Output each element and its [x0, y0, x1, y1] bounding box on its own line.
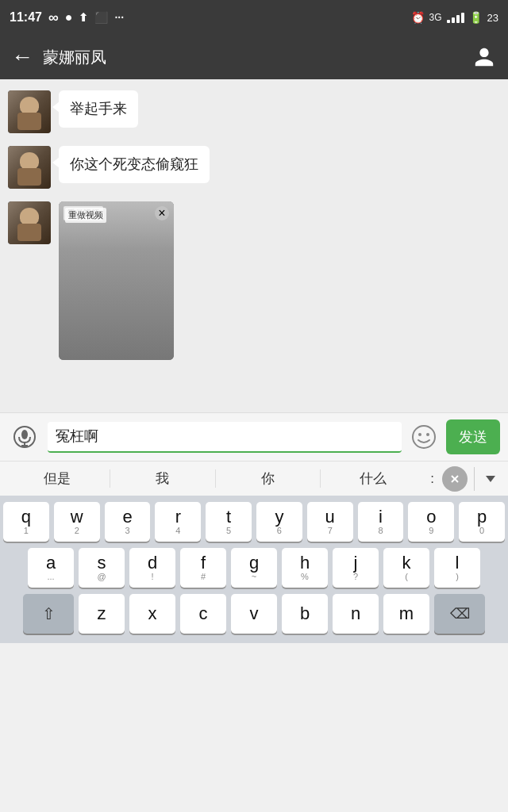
input-area: 发送 [0, 412, 508, 461]
keyboard: q1 w2 e3 r4 t5 y6 u7 i8 o9 p0 a... s@ d!… [0, 496, 508, 643]
suggestion-1[interactable]: 但是 [5, 469, 110, 488]
key-shift[interactable]: ⇧ [23, 594, 74, 634]
key-u[interactable]: u7 [307, 502, 353, 542]
key-w[interactable]: w2 [54, 502, 100, 542]
dropdown-icon [483, 471, 498, 487]
infinity-icon: ∞ [48, 10, 59, 26]
key-n[interactable]: n [333, 594, 379, 634]
keyboard-row-3: ⇧ z x c v b n m ⌫ [3, 594, 505, 634]
signal-bar-1 [447, 20, 450, 23]
text-input-wrapper[interactable] [48, 422, 402, 453]
key-l[interactable]: l) [434, 548, 480, 588]
status-bar: 11:47 ∞ ● ⬆ ⬛ ··· ⏰ 3G 🔋 23 [0, 0, 508, 35]
network-type: 3G [429, 12, 442, 23]
message-row-3: 重做视频 × [8, 201, 500, 360]
key-c[interactable]: c [180, 594, 226, 634]
svg-marker-9 [486, 476, 495, 482]
word-suggestions: 但是 我 你 什么 : [0, 461, 508, 496]
svg-point-4 [413, 426, 435, 448]
status-time: 11:47 ∞ ● ⬆ ⬛ ··· [10, 10, 124, 26]
suggestion-colon: : [425, 471, 439, 487]
key-e[interactable]: e3 [105, 502, 151, 542]
svg-point-5 [418, 433, 421, 436]
suggestion-3[interactable]: 你 [215, 469, 321, 488]
profile-button[interactable] [471, 44, 497, 70]
key-p[interactable]: p0 [459, 502, 505, 542]
key-q[interactable]: q1 [3, 502, 49, 542]
chat-header: ← 蒙娜丽凤 [0, 35, 508, 79]
key-r[interactable]: r4 [155, 502, 201, 542]
delete-suggestion-button[interactable] [442, 466, 468, 492]
status-right-icons: ⏰ 3G 🔋 23 [411, 11, 498, 24]
signal-bars [447, 12, 464, 23]
message-input[interactable] [56, 428, 394, 445]
upload-icon: ⬆ [79, 11, 88, 24]
key-s[interactable]: s@ [79, 548, 125, 588]
suggestion-divider [474, 467, 475, 491]
key-j[interactable]: j? [333, 548, 379, 588]
emoji-button[interactable] [408, 421, 440, 453]
message-icon: ● [65, 10, 73, 25]
screenshot-icon: ⬛ [94, 11, 108, 24]
message-image-bubble[interactable]: 重做视频 × [59, 201, 174, 360]
key-m[interactable]: m [383, 594, 429, 634]
key-g[interactable]: g~ [231, 548, 277, 588]
alarm-icon: ⏰ [411, 11, 425, 24]
message-bubble-1: 举起手来 [59, 90, 138, 128]
svg-point-6 [426, 433, 429, 436]
suggestion-4[interactable]: 什么 [320, 469, 425, 488]
key-i[interactable]: i8 [358, 502, 404, 542]
battery-icon: 🔋 [469, 11, 483, 24]
voice-button[interactable] [8, 420, 41, 454]
avatar-2 [8, 146, 51, 189]
battery-level: 23 [487, 12, 498, 24]
dropdown-button[interactable] [478, 466, 503, 492]
message-row-2: 你这个死变态偷窥狂 [8, 146, 500, 189]
signal-bar-2 [452, 17, 455, 23]
key-backspace[interactable]: ⌫ [434, 594, 485, 634]
chat-area: 举起手来 你这个死变态偷窥狂 重做视频 × [0, 79, 508, 412]
key-z[interactable]: z [79, 594, 125, 634]
delete-icon [448, 473, 461, 485]
message-row-1: 举起手来 [8, 90, 500, 133]
chat-title: 蒙娜丽凤 [43, 47, 471, 68]
key-a[interactable]: a... [28, 548, 74, 588]
person-icon [473, 46, 495, 68]
key-d[interactable]: d! [129, 548, 175, 588]
back-button[interactable]: ← [11, 44, 33, 70]
key-t[interactable]: t5 [206, 502, 252, 542]
suggestion-2[interactable]: 我 [110, 469, 215, 488]
key-k[interactable]: k( [383, 548, 429, 588]
key-b[interactable]: b [282, 594, 328, 634]
key-f[interactable]: f# [180, 548, 226, 588]
avatar-3 [8, 201, 51, 244]
key-v[interactable]: v [231, 594, 277, 634]
video-label: 重做视频 [64, 206, 103, 220]
keyboard-row-2: a... s@ d! f# g~ h% j? k( l) [3, 548, 505, 588]
video-close: × [155, 206, 169, 220]
message-bubble-2: 你这个死变态偷窥狂 [59, 146, 210, 183]
more-icon: ··· [114, 11, 124, 24]
image-content: 重做视频 × [59, 201, 174, 360]
signal-bar-4 [461, 13, 464, 23]
signal-bar-3 [456, 15, 460, 23]
voice-icon [13, 425, 37, 449]
send-button[interactable]: 发送 [446, 419, 500, 454]
emoji-icon [411, 424, 437, 450]
key-x[interactable]: x [129, 594, 175, 634]
key-y[interactable]: y6 [256, 502, 302, 542]
avatar-1 [8, 90, 51, 133]
key-o[interactable]: o9 [408, 502, 454, 542]
keyboard-row-1: q1 w2 e3 r4 t5 y6 u7 i8 o9 p0 [3, 502, 505, 542]
key-h[interactable]: h% [282, 548, 328, 588]
svg-point-1 [21, 430, 28, 439]
